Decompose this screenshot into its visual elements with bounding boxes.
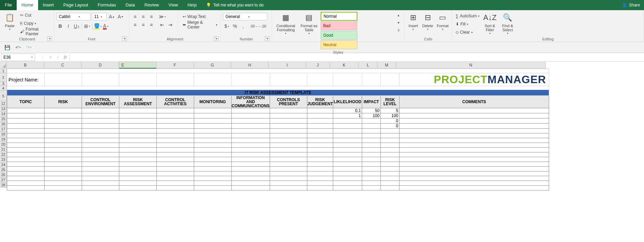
cell-L17[interactable]: [362, 133, 381, 138]
cell-F22[interactable]: [157, 157, 194, 162]
cell-B12[interactable]: [7, 108, 45, 113]
cell-H26[interactable]: [232, 176, 270, 181]
styles-down-icon[interactable]: ▼: [395, 19, 402, 26]
currency-button[interactable]: $: [223, 22, 231, 30]
cell-L19[interactable]: [362, 143, 381, 148]
cell-N28[interactable]: [400, 186, 549, 190]
cell-E27[interactable]: [119, 181, 157, 186]
cell-E14[interactable]: [119, 118, 157, 124]
cell-I21[interactable]: [270, 152, 307, 157]
cell-K14[interactable]: [333, 118, 362, 124]
conditional-formatting-button[interactable]: ▦ Conditional Formatting▾: [274, 12, 298, 35]
cell-N13[interactable]: [400, 113, 549, 118]
cell-C15[interactable]: [45, 124, 82, 129]
row-header-24[interactable]: 24: [0, 162, 7, 167]
cell-E20[interactable]: [119, 148, 157, 152]
cell-E22[interactable]: [119, 157, 157, 162]
cell-F12[interactable]: [157, 108, 194, 113]
col-header-E[interactable]: E: [119, 62, 156, 69]
row-header-27[interactable]: 27: [0, 178, 7, 183]
cell-C18[interactable]: [45, 138, 82, 143]
cell-H27[interactable]: [232, 181, 270, 186]
cell-D16[interactable]: [82, 129, 119, 133]
cell-M22[interactable]: [381, 157, 400, 162]
cell-I22[interactable]: [270, 157, 307, 162]
cell-J15[interactable]: [307, 124, 333, 129]
cell-M27[interactable]: [381, 181, 400, 186]
cell-C17[interactable]: [45, 133, 82, 138]
row-header-18[interactable]: 18: [0, 132, 7, 137]
italic-button[interactable]: I: [65, 22, 72, 30]
cell-M14[interactable]: 0: [381, 118, 400, 124]
paste-button[interactable]: 📋 Paste ▾: [2, 12, 17, 35]
cell-E26[interactable]: [119, 176, 157, 181]
cell-L20[interactable]: [362, 148, 381, 152]
row-header-13[interactable]: 13: [0, 106, 7, 111]
cell-K22[interactable]: [333, 157, 362, 162]
cell-B24[interactable]: [7, 167, 45, 171]
cell-D21[interactable]: [82, 152, 119, 157]
cell-G19[interactable]: [194, 143, 232, 148]
row-header-1[interactable]: 1: [0, 69, 7, 73]
cell-B26[interactable]: [7, 176, 45, 181]
cell-M24[interactable]: [381, 167, 400, 171]
cell-K13[interactable]: 1: [333, 113, 362, 118]
insert-cells-button[interactable]: ⊞Insert▾: [407, 12, 420, 35]
cell-L15[interactable]: [362, 124, 381, 129]
cell-D19[interactable]: [82, 143, 119, 148]
cell-C28[interactable]: [45, 186, 82, 190]
cell-E12[interactable]: [119, 108, 157, 113]
cell-I14[interactable]: [270, 118, 307, 124]
align-left-icon[interactable]: ≡: [131, 21, 139, 29]
cell-B16[interactable]: [7, 129, 45, 133]
cell-F27[interactable]: [157, 181, 194, 186]
cell-C19[interactable]: [45, 143, 82, 148]
cell-G21[interactable]: [194, 152, 232, 157]
enter-icon[interactable]: ✓: [56, 55, 60, 60]
cell-B23[interactable]: [7, 162, 45, 167]
cell-H12[interactable]: [232, 108, 270, 113]
cell-C26[interactable]: [45, 176, 82, 181]
cell-F13[interactable]: [157, 113, 194, 118]
cell-M16[interactable]: [381, 129, 400, 133]
col-header-H[interactable]: H: [231, 62, 269, 69]
number-dialog-icon[interactable]: ⬊: [265, 36, 270, 41]
cell-C22[interactable]: [45, 157, 82, 162]
cell-B25[interactable]: [7, 171, 45, 176]
row-header-16[interactable]: 16: [0, 122, 7, 127]
cell-D27[interactable]: [82, 181, 119, 186]
tab-view[interactable]: View: [164, 0, 183, 10]
cell-K18[interactable]: [333, 138, 362, 143]
cell-F18[interactable]: [157, 138, 194, 143]
cell-E17[interactable]: [119, 133, 157, 138]
cell-K12[interactable]: 0.1: [333, 108, 362, 113]
cell-I25[interactable]: [270, 171, 307, 176]
row-header-25[interactable]: 25: [0, 167, 7, 172]
cell-H23[interactable]: [232, 162, 270, 167]
cell-N20[interactable]: [400, 148, 549, 152]
cell-L14[interactable]: [362, 118, 381, 124]
cell-D15[interactable]: [82, 124, 119, 129]
undo-icon[interactable]: ↶▾: [14, 44, 22, 51]
cell-J27[interactable]: [307, 181, 333, 186]
cell-K26[interactable]: [333, 176, 362, 181]
cell-K25[interactable]: [333, 171, 362, 176]
percent-button[interactable]: %: [231, 22, 239, 30]
tab-review[interactable]: Review: [140, 0, 164, 10]
cell-K28[interactable]: [333, 186, 362, 190]
cell-L16[interactable]: [362, 129, 381, 133]
cell-G20[interactable]: [194, 148, 232, 152]
row-header-17[interactable]: 17: [0, 127, 7, 132]
font-size-select[interactable]: 11▾: [92, 13, 107, 20]
cell-L22[interactable]: [362, 157, 381, 162]
cell-I15[interactable]: [270, 124, 307, 129]
cell-D22[interactable]: [82, 157, 119, 162]
cell-N21[interactable]: [400, 152, 549, 157]
cell-C16[interactable]: [45, 129, 82, 133]
cell-G18[interactable]: [194, 138, 232, 143]
style-neutral[interactable]: Neutral: [321, 40, 357, 49]
cell-F24[interactable]: [157, 167, 194, 171]
row-header-28[interactable]: 28: [0, 183, 7, 188]
cell-J19[interactable]: [307, 143, 333, 148]
copy-button[interactable]: ⎘Copy▾: [19, 20, 52, 27]
